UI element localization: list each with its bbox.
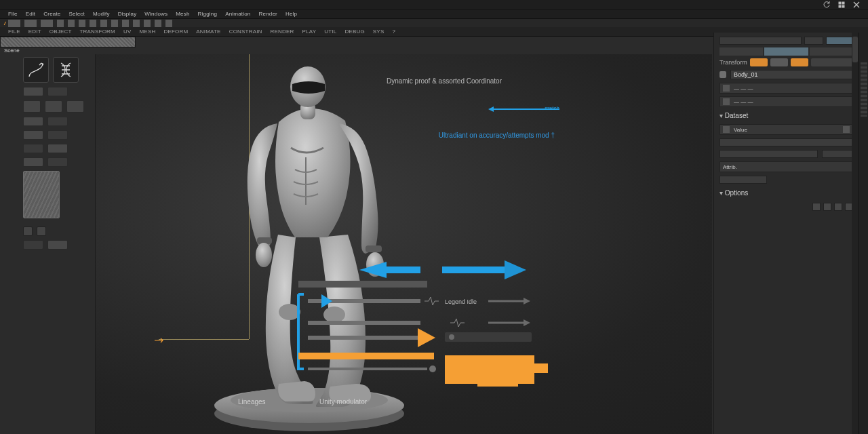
scene-tab[interactable]: Scene [4,47,20,54]
dataset-field-d[interactable] [719,176,767,184]
menu-row4-item-5[interactable]: MESH [135,28,159,35]
guide-arrow-icon [155,334,163,339]
annotation-link[interactable]: Ultradiant on accuracy/attempts mod † [439,132,555,139]
menu-row2-item-8[interactable]: Rigging [194,11,222,17]
tool-palette [23,57,84,254]
dataset-field-b[interactable] [719,150,818,158]
dataset-field-a[interactable] [719,138,853,146]
shelf-chip-9[interactable] [122,20,129,27]
seq-track-1[interactable]: Legend Idle [308,294,530,308]
svg-marker-18 [505,260,526,279]
tool-btn-e2[interactable] [47,144,68,153]
viewport[interactable]: Lineages Unity modulator Dynamic proof &… [95,54,712,434]
tool-btn-g2[interactable] [47,240,68,250]
tool-transform[interactable] [23,57,49,83]
chip-orange-2[interactable] [791,58,808,66]
shelf-chip-10[interactable] [133,20,140,27]
tool-btn-b2[interactable] [45,100,62,113]
section-dataset[interactable]: Dataset [719,110,853,121]
tool-btn-f2[interactable] [47,157,68,167]
chip-long[interactable] [811,58,853,66]
glyph-1[interactable] [812,203,821,211]
tool-btn-d1[interactable] [23,130,43,140]
menu-row2-item-2[interactable]: Create [39,11,64,17]
menu-row2-item-5[interactable]: Display [114,11,141,17]
shelf-chip-4[interactable] [68,20,75,27]
shelf-chip-13[interactable] [165,20,172,27]
insp-hdr-seg-c[interactable] [826,37,853,45]
menu-row2-item-1[interactable]: Edit [22,11,40,17]
menu-row2-item-9[interactable]: Animation [221,11,254,17]
mini-btn-2[interactable] [37,226,46,236]
tool-btn-d2[interactable] [47,130,68,140]
shelf-chip-0[interactable] [8,20,20,27]
mini-btn-1[interactable] [23,226,33,236]
shelf-chip-5[interactable] [79,20,85,27]
chip-orange-1[interactable] [750,58,768,66]
menu-row4-item-1[interactable]: EDIT [24,28,45,35]
menu-row2-item-4[interactable]: Modify [89,11,114,17]
sequencer-panel[interactable]: Legend Idle [285,258,556,407]
tool-btn-c2[interactable] [47,117,68,126]
chip-grey-1[interactable] [770,58,788,66]
dataset-row-1[interactable]: Value [719,124,853,135]
scrub-arrow-left[interactable] [359,262,420,278]
tool-btn-b3[interactable] [66,100,84,113]
seq-track-3[interactable] [308,328,532,347]
menu-row2-item-11[interactable]: Help [281,11,301,17]
dataset-row-2[interactable]: Attrib. [719,161,853,172]
seq-track-2[interactable] [308,319,530,327]
glyph-3[interactable] [834,203,842,211]
menu-row4-item-6[interactable]: DEFORM [159,28,192,35]
shelf-chip-2[interactable] [41,20,53,27]
shelf-chip-12[interactable] [155,20,161,27]
menu-row2-item-3[interactable]: Select [65,11,89,17]
menu-row4-item-4[interactable]: UV [119,28,136,35]
tool-btn-c1[interactable] [23,117,43,126]
menu-row2-item-0[interactable]: File [4,11,22,17]
shelf-chip-3[interactable] [57,20,64,27]
close-icon[interactable] [853,1,860,8]
name-field[interactable]: Body_01 [730,70,853,79]
refresh-icon[interactable] [823,1,830,8]
shelf-chip-7[interactable] [100,20,107,27]
swatch-1[interactable] [719,71,726,78]
shelf-chip-11[interactable] [144,20,151,27]
attr-strip-2[interactable]: — — — [719,96,853,107]
shelf-chip-6[interactable] [90,20,96,27]
tool-btn-e1[interactable] [23,144,43,153]
tool-btn-a2[interactable] [47,87,68,96]
tool-btn-b1[interactable] [23,100,41,113]
scrub-arrow-right[interactable] [442,260,526,279]
glyph-2[interactable] [823,203,831,211]
tool-btn-f1[interactable] [23,157,43,167]
shelf-chip-1[interactable] [24,20,37,27]
seq-track-4[interactable] [298,353,548,387]
svg-rect-29 [445,332,532,342]
menu-row2-item-7[interactable]: Mesh [172,11,193,17]
menu-row2-item-6[interactable]: Windows [140,11,172,17]
menu-row2-item-10[interactable]: Render [255,11,281,17]
dataset-field-c[interactable] [822,150,853,158]
svg-rect-3 [842,5,844,7]
insp-tab-3[interactable] [810,47,853,56]
insp-hdr-seg-a[interactable] [719,37,802,45]
material-thumbnail[interactable] [23,171,60,218]
insp-tab-1[interactable] [719,47,763,56]
tool-btn-a1[interactable] [23,87,43,96]
seq-range-bar[interactable] [298,281,427,288]
insp-tab-2[interactable] [764,47,808,56]
menu-row4-item-3[interactable]: TRANSFORM [76,28,119,35]
shelf-chip-8[interactable] [111,20,118,27]
svg-marker-23 [524,298,530,304]
grid-icon[interactable] [838,1,845,8]
tool-btn-g1[interactable] [23,240,43,250]
menu-row4-item-0[interactable]: FILE [4,28,24,35]
scrollbar-thumb[interactable] [852,37,858,62]
tool-helix[interactable] [53,57,79,83]
section-options[interactable]: Options [719,187,853,199]
attr-strip-1[interactable]: — — — [719,83,853,94]
inspector-scrollbar[interactable] [852,33,859,434]
menu-row4-item-2[interactable]: OBJECT [45,28,76,35]
insp-hdr-seg-b[interactable] [804,37,823,45]
